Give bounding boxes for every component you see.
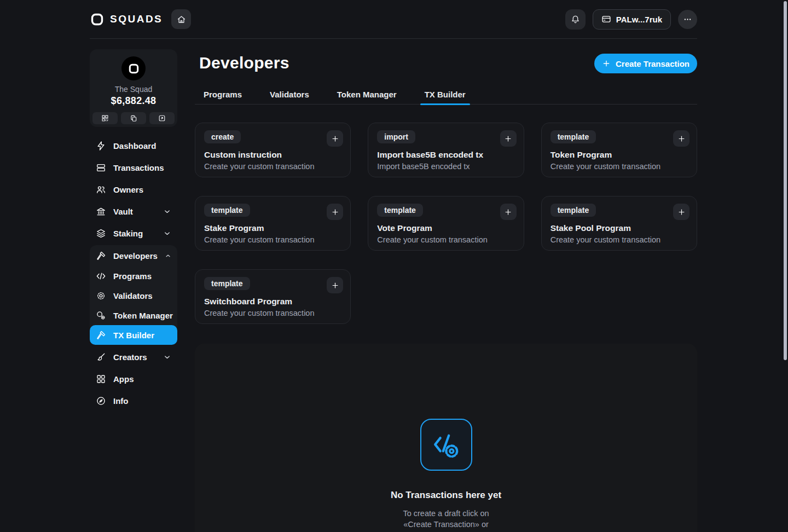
home-icon (176, 14, 187, 25)
card-badge: template (551, 204, 596, 217)
tab-active-underline (420, 103, 470, 105)
top-bar: SQUADS PALw...7ruk (0, 0, 788, 38)
tab-label: Validators (270, 90, 309, 99)
sidebar-item-vault[interactable]: Vault (90, 200, 177, 222)
code-icon (96, 271, 106, 281)
sidebar-item-label: Developers (113, 251, 158, 261)
sidebar-item-developers[interactable]: Developers (90, 245, 177, 266)
card-subtitle: Create your custom transaction (204, 235, 341, 244)
code-gear-icon (420, 419, 472, 471)
card-switchboard-program[interactable]: template Switchboard Program Create your… (195, 269, 351, 324)
wallet-card-icon (601, 14, 611, 24)
sidebar-item-dashboard[interactable]: Dashboard (90, 135, 177, 157)
plus-icon (677, 208, 686, 216)
card-title: Custom instruction (204, 150, 341, 160)
tab-token-manager[interactable]: Token Manager (333, 85, 401, 104)
sidebar-item-label: Transactions (113, 163, 164, 172)
card-badge: template (377, 204, 423, 217)
wallet-button[interactable]: PALw...7ruk (593, 9, 671, 30)
card-add-button[interactable] (327, 204, 343, 220)
plus-icon (331, 281, 339, 290)
external-link-icon (158, 114, 166, 122)
chevron-down-icon (163, 207, 171, 216)
staking-layers-icon (96, 228, 106, 239)
qr-code-button[interactable] (92, 112, 118, 124)
tab-label: Token Manager (337, 90, 397, 99)
card-badge: create (204, 130, 241, 143)
card-vote-program[interactable]: template Vote Program Create your custom… (368, 196, 524, 251)
chevron-down-icon (163, 229, 171, 238)
card-title: Import base5B encoded tx (377, 150, 514, 160)
sidebar-item-staking[interactable]: Staking (90, 222, 177, 244)
sidebar-item-label: Owners (113, 185, 143, 194)
tab-programs[interactable]: Programs (199, 85, 246, 104)
sidebar-item-label: Dashboard (113, 141, 156, 151)
card-add-button[interactable] (500, 204, 517, 220)
wallet-address: PALw...7ruk (616, 15, 662, 24)
sidebar-item-apps[interactable]: Apps (90, 368, 177, 390)
card-custom-instruction[interactable]: create Custom instruction Create your cu… (195, 123, 351, 177)
validators-gear-icon (96, 291, 106, 301)
brand: SQUADS (90, 12, 163, 27)
notifications-button[interactable] (565, 9, 586, 30)
sidebar-item-label: Vault (113, 207, 133, 216)
paintbrush-icon (96, 352, 106, 362)
sidebar-item-label: Programs (113, 271, 152, 281)
tab-label: TX Builder (425, 90, 466, 99)
transactions-icon (96, 163, 106, 173)
card-add-button[interactable] (673, 130, 690, 147)
plus-icon (331, 208, 339, 216)
sidebar-item-transactions[interactable]: Transactions (90, 157, 177, 178)
plus-icon (677, 135, 686, 143)
card-add-button[interactable] (500, 130, 517, 147)
tab-validators[interactable]: Validators (265, 85, 314, 104)
sidebar-item-token-manager[interactable]: Token Manager (90, 305, 177, 325)
card-add-button[interactable] (327, 130, 343, 147)
sidebar-item-label: Info (113, 396, 129, 406)
create-transaction-label: Create Transaction (616, 59, 690, 68)
card-add-button[interactable] (673, 204, 690, 220)
sidebar-item-label: Validators (113, 291, 153, 300)
card-badge: template (551, 130, 596, 143)
card-badge: template (204, 277, 250, 290)
squads-logo-icon (90, 12, 105, 27)
card-token-program[interactable]: template Token Program Create your custo… (541, 123, 697, 177)
hammer-icon (96, 330, 106, 340)
card-subtitle: Create your custom transaction (204, 309, 341, 317)
empty-state-line: choose one of the templates! (195, 530, 697, 532)
sidebar-item-validators[interactable]: Validators (90, 286, 177, 305)
squad-avatar[interactable] (121, 56, 146, 80)
scrollbar-thumb[interactable] (784, 1, 787, 360)
card-title: Token Program (551, 150, 688, 160)
qr-code-icon (101, 114, 109, 122)
create-transaction-button[interactable]: Create Transaction (594, 54, 697, 73)
tab-tx-builder[interactable]: TX Builder (420, 85, 470, 104)
card-subtitle: Create your custom transaction (551, 235, 688, 244)
card-import-base58[interactable]: import Import base5B encoded tx Import b… (368, 123, 524, 177)
vault-bank-icon (96, 206, 106, 217)
external-link-button[interactable] (149, 112, 175, 124)
sidebar-nav: Dashboard Transactions Owners Vault Stak… (90, 135, 177, 412)
sidebar-item-owners[interactable]: Owners (90, 178, 177, 200)
top-right-actions: PALw...7ruk (565, 9, 697, 30)
card-stake-program[interactable]: template Stake Program Create your custo… (195, 196, 351, 251)
sidebar-item-tx-builder[interactable]: TX Builder (90, 325, 177, 345)
card-subtitle: Import base5B encoded tx (377, 162, 514, 171)
copy-address-button[interactable] (121, 112, 146, 124)
squad-card: The Squad $6,882.48 (90, 49, 177, 127)
sidebar-item-info[interactable]: Info (90, 390, 177, 412)
plus-icon (331, 135, 339, 143)
card-subtitle: Create your custom transaction (377, 235, 514, 244)
card-title: Stake Pool Program (551, 223, 688, 233)
more-menu-button[interactable] (678, 10, 697, 29)
card-stake-pool-program[interactable]: template Stake Pool Program Create your … (541, 196, 697, 251)
sidebar-item-label: Token Manager (113, 311, 173, 320)
card-add-button[interactable] (327, 277, 343, 293)
token-manager-icon (96, 310, 106, 321)
plus-icon (504, 208, 512, 216)
sidebar-item-creators[interactable]: Creators (90, 346, 177, 368)
sidebar-item-programs[interactable]: Programs (90, 266, 177, 286)
empty-state-line: To create a draft click on (195, 508, 697, 519)
home-button[interactable] (171, 9, 191, 29)
copy-icon (130, 114, 137, 122)
